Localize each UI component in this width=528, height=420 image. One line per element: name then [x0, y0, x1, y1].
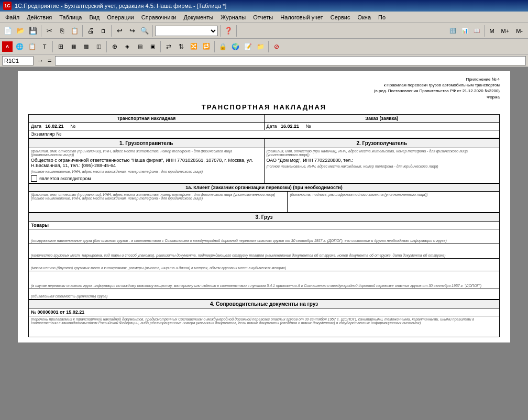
- tb2-btn17[interactable]: 🔒: [217, 41, 228, 52]
- btn-help[interactable]: ❓: [223, 25, 234, 37]
- btn-find[interactable]: 🔍: [139, 25, 150, 37]
- equals-icon[interactable]: =: [47, 57, 53, 64]
- order-header-cell: Заказ (заявка): [264, 114, 500, 122]
- toolbar-1: 📄 📂 💾 ✂ ⎘ 📋 🖨 🗒 ↩ ↪ 🔍 ❓ 🔢 📊 📖 M M+ M-: [0, 23, 528, 39]
- title-bar-text: 1С:Предприятие - Бухгалтерский учет, ред…: [15, 3, 226, 9]
- section-3-table: 3. Груз Товары (отгружаемое наименование…: [28, 213, 500, 300]
- tb2-btn7[interactable]: ▩: [80, 41, 92, 52]
- menu-actions[interactable]: Действия: [24, 13, 55, 21]
- sec2-value: ОАО "Дом мод", ИНН 7702228880, тел.:: [267, 158, 498, 163]
- tb2-btn2[interactable]: 🌐: [14, 41, 25, 52]
- sep1: [41, 25, 41, 37]
- sep2: [82, 25, 83, 37]
- app-header-note: Приложение № 4 к Правилам перевозки груз…: [28, 76, 500, 100]
- btn-redo[interactable]: ↪: [126, 25, 138, 37]
- tb2-btn21[interactable]: ⊘: [271, 41, 282, 52]
- menu-view[interactable]: Вид: [86, 13, 103, 21]
- header-table: Транспортная накладная Заказ (заявка) Да…: [28, 114, 500, 138]
- date-value-2: 16.02.21: [281, 124, 299, 129]
- tb2-btn5[interactable]: ⊞: [55, 41, 67, 52]
- tb2-btn1[interactable]: A: [2, 41, 13, 52]
- sec4-small-label-cell: (перечень прилагаемых к транспортной нак…: [29, 316, 500, 337]
- btn-mminus[interactable]: M-: [513, 25, 526, 37]
- sec1-small-label: (фамилия, имя, отчество (при наличии), И…: [31, 149, 262, 157]
- save-formula-icon[interactable]: →: [36, 57, 45, 64]
- tb2-btn12[interactable]: ▣: [147, 41, 158, 52]
- title-bar: 1С 1С:Предприятие - Бухгалтерский учет, …: [0, 0, 528, 12]
- btn-preview[interactable]: 🗒: [97, 25, 109, 37]
- tb2-btn8[interactable]: ◫: [93, 41, 104, 52]
- sep8: [52, 41, 53, 52]
- formula-input[interactable]: [55, 56, 526, 65]
- cell-reference[interactable]: R1C1: [2, 56, 34, 65]
- menu-table[interactable]: Таблица: [56, 13, 85, 21]
- btn-calc[interactable]: 🔢: [447, 25, 458, 37]
- menu-references[interactable]: Справочники: [138, 13, 180, 21]
- menu-operations[interactable]: Операции: [104, 13, 137, 21]
- tb2-btn15[interactable]: 🔀: [188, 41, 200, 52]
- btn-book[interactable]: 📖: [471, 25, 482, 37]
- tb2-btn14[interactable]: ⇅: [175, 41, 187, 52]
- sec3-small-label-4-cell: (а случае перевозки опасного груза инфор…: [29, 271, 500, 289]
- menu-documents[interactable]: Документы: [180, 13, 216, 21]
- sec3-small-label-3-cell: (масса нетто (брутто) грузовых мест в ки…: [29, 258, 500, 271]
- btn-paste[interactable]: 📋: [69, 25, 80, 37]
- tb2-btn16[interactable]: 🔁: [201, 41, 212, 52]
- date-value-1: 16.02.21: [45, 124, 63, 129]
- sec3-small-label-1-cell: (отгружаемое наименование груза (для опа…: [29, 229, 500, 244]
- tb2-btn18[interactable]: 🌍: [229, 41, 241, 52]
- btn-mplus[interactable]: M+: [498, 25, 513, 37]
- date-label-2: Дата: [267, 124, 277, 129]
- menu-service[interactable]: Сервис: [327, 13, 354, 21]
- font-combo[interactable]: [155, 26, 218, 36]
- btn-print[interactable]: 🖨: [85, 25, 96, 37]
- section-1a-table: 1а. Клиент (Заказчик организации перевоз…: [28, 183, 500, 213]
- tb2-btn20[interactable]: 📁: [255, 41, 266, 52]
- document-title: ТРАНСПОРТНАЯ НАКЛАДНАЯ: [28, 103, 500, 111]
- sep5: [220, 25, 221, 37]
- sec4-header-cell: 4. Сопроводительные документы на груз: [29, 300, 500, 308]
- example-number-cell: Экземпляр №: [29, 130, 500, 138]
- btn-save[interactable]: 💾: [27, 25, 39, 37]
- example-label: Экземпляр №: [31, 131, 61, 137]
- btn-m[interactable]: M: [486, 25, 497, 37]
- btn-open[interactable]: 📂: [15, 25, 26, 37]
- sec3-header-cell: 3. Груз: [29, 213, 500, 221]
- sec3-small-label-2-cell: (количество грузовых мест, маркировка, в…: [29, 244, 500, 258]
- tb2-btn4[interactable]: T: [39, 41, 50, 52]
- sec1-content-cell: (фамилия, имя, отчество (при наличии), И…: [29, 148, 265, 183]
- tb2-btn10[interactable]: ◈: [122, 41, 133, 52]
- menu-windows[interactable]: Окна: [354, 13, 374, 21]
- menu-tax[interactable]: Налоговый учет: [277, 13, 326, 21]
- tb2-btn13[interactable]: ⇄: [163, 41, 174, 52]
- sep10: [160, 41, 161, 52]
- number-label-1: №: [70, 124, 75, 129]
- sec4-doc-number-cell: № 00000001 от 15.02.21: [29, 308, 500, 316]
- document-sheet: Приложение № 4 к Правилам перевозки груз…: [18, 71, 510, 342]
- sep11: [214, 41, 215, 52]
- tb2-btn6[interactable]: ▦: [68, 41, 79, 52]
- btn-calc2[interactable]: 📊: [459, 25, 470, 37]
- sec3-small-label-5: (объявленная стоимость (ценность) груза): [31, 294, 497, 298]
- btn-cut[interactable]: ✂: [43, 25, 55, 37]
- expeditor-checkbox[interactable]: [31, 175, 37, 182]
- tb2-btn3[interactable]: 📋: [26, 41, 38, 52]
- btn-new[interactable]: 📄: [2, 25, 14, 37]
- sep6: [236, 25, 237, 37]
- sec2-header-cell: 2. Грузополучатель: [264, 138, 500, 148]
- menu-file[interactable]: Файл: [2, 13, 23, 21]
- menu-journals[interactable]: Журналы: [217, 13, 249, 21]
- menu-reports[interactable]: Отчеты: [250, 13, 276, 21]
- menu-more[interactable]: По: [375, 13, 389, 21]
- sec1-full-label: (полное наименование, ИНН, адрес места н…: [31, 170, 262, 173]
- sec3-small-label-4: (а случае перевозки опасного груза инфор…: [31, 284, 497, 288]
- tb2-btn9[interactable]: ⊕: [109, 41, 120, 52]
- tb2-btn19[interactable]: 📝: [242, 41, 254, 52]
- sec3-goods-label: Товары: [31, 223, 49, 228]
- sections-1-2-table: 1. Грузоотправитель 2. Грузополучатель (…: [28, 138, 500, 183]
- sec3-small-label-3: (масса нетто (брутто) грузовых мест в ки…: [31, 266, 497, 270]
- sec1a-left-cell: (фамилия, имя, отчество (при наличии), И…: [29, 191, 288, 212]
- btn-copy[interactable]: ⎘: [56, 25, 68, 37]
- tb2-btn11[interactable]: ▤: [134, 41, 146, 52]
- btn-undo[interactable]: ↩: [114, 25, 125, 37]
